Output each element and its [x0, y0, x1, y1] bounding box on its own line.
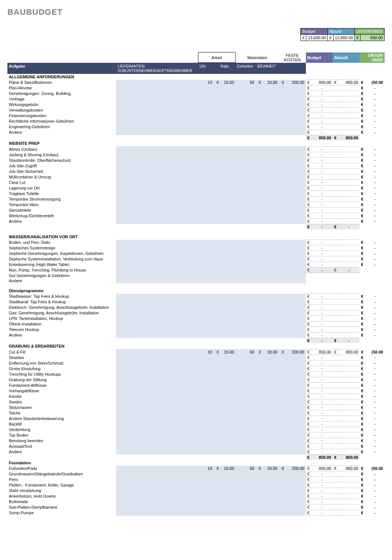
- aktuell-cell: [338, 377, 359, 382]
- budget-cell: -: [311, 316, 333, 321]
- table-row: Öltank-Installation€-€-: [7, 321, 385, 327]
- task-name: Fundament-Abflüsse: [7, 382, 116, 388]
- currency-symbol: [214, 278, 219, 283]
- rate-cell: [219, 488, 235, 494]
- currency-symbol: [333, 124, 338, 130]
- fixed-cost-cell: [284, 321, 306, 327]
- currency-symbol: [256, 421, 261, 427]
- budget-cell: -: [311, 91, 333, 96]
- subtotal-row: €-€-: [7, 224, 385, 229]
- fixed-cost-cell: [284, 377, 306, 382]
- rate-cell: [219, 410, 235, 416]
- unter-cell: -: [365, 366, 385, 371]
- currency-symbol: [214, 273, 219, 278]
- table-row: Staubkontrolle, Oberflächenschutz€-€-: [7, 157, 385, 163]
- currency-symbol: €: [306, 366, 311, 371]
- fixed-cost-cell: [284, 477, 306, 482]
- rate-cell: [219, 267, 235, 273]
- task-name: Tragbare Toilette: [7, 191, 116, 196]
- hours-cell: [198, 130, 214, 135]
- currency-symbol: €: [333, 349, 338, 355]
- currency-symbol: [214, 438, 219, 443]
- task-name: Trenching für Utility Hookups: [7, 371, 116, 377]
- fixed-cost-cell: [284, 327, 306, 332]
- unter-cell: -: [365, 310, 385, 316]
- aktuell-cell: [338, 256, 359, 262]
- unter-cell: -: [365, 438, 385, 443]
- task-name: Septisches Systemdesign: [7, 245, 116, 251]
- currency-symbol: [279, 218, 284, 224]
- fixed-cost-cell: [284, 256, 306, 262]
- hours-cell: [198, 332, 214, 338]
- budget-cell: -: [311, 494, 333, 499]
- fixed-cost-cell: [284, 410, 306, 416]
- supplier-cell: [116, 174, 198, 180]
- table-row: Benotung beenden€-€-: [7, 438, 385, 443]
- fixed-cost-cell: 200.00: [284, 466, 306, 471]
- rate-cell: [219, 316, 235, 321]
- currency-symbol: [279, 163, 284, 168]
- currency-symbol: [279, 294, 284, 299]
- table-row: Boden- und Perc-Tests€-€-: [7, 240, 385, 245]
- task-name: Stadtkanal: Tap Fees & Hookup: [7, 299, 116, 305]
- hours-cell: [198, 91, 214, 96]
- currency-symbol: [279, 321, 284, 327]
- currency-symbol: [256, 256, 261, 262]
- hours-cell: [198, 449, 214, 454]
- supplier-cell: [116, 163, 198, 168]
- currency-symbol: €: [306, 393, 311, 399]
- fixed-cost-cell: [284, 180, 306, 185]
- currency-symbol: [333, 438, 338, 443]
- unter-cell: -: [365, 207, 385, 213]
- per-unit-cell: 10.00: [261, 349, 279, 355]
- task-name: Buikheads: [7, 499, 116, 505]
- hours-cell: [198, 393, 214, 399]
- currency-symbol: [279, 152, 284, 157]
- units-cell: [236, 510, 256, 516]
- supplier-cell: [116, 262, 198, 267]
- supplier-cell: [116, 207, 198, 213]
- currency-symbol: [333, 240, 338, 245]
- currency-symbol: €: [359, 196, 365, 202]
- currency-symbol: [279, 510, 284, 516]
- fixed-cost-cell: [284, 388, 306, 393]
- rate-cell: [219, 393, 235, 399]
- budget-cell: -: [311, 168, 333, 174]
- currency-symbol: [333, 157, 338, 163]
- task-name: Gerüstmiete: [7, 207, 116, 213]
- currency-symbol: €: [306, 256, 311, 262]
- currency-symbol: [214, 262, 219, 267]
- currency-symbol: €: [359, 388, 365, 393]
- currency-symbol: [333, 207, 338, 213]
- task-name: Nun, Pump, Trenching, Plumbing to House: [7, 267, 116, 273]
- units-cell: [236, 399, 256, 404]
- aktuell-cell: [338, 449, 359, 454]
- fixed-cost-cell: [284, 393, 306, 399]
- currency-symbol: €: [306, 305, 311, 310]
- unter-cell: -: [365, 191, 385, 196]
- fixed-cost-cell: [284, 157, 306, 163]
- currency-symbol: €: [359, 152, 365, 157]
- task-name: Clear Lot: [7, 180, 116, 185]
- hours-cell: [198, 499, 214, 505]
- currency-symbol: [333, 262, 338, 267]
- unter-cell: -: [365, 432, 385, 438]
- fixed-cost-cell: [284, 278, 306, 283]
- supplier-cell: [116, 510, 198, 516]
- budget-cell: -: [311, 107, 333, 113]
- table-row: Gut Genehmigungen & Gebühren: [7, 273, 385, 278]
- supplier-cell: [116, 466, 198, 471]
- currency-symbol: €: [306, 168, 311, 174]
- rate-cell: [219, 499, 235, 505]
- fixed-cost-cell: [284, 471, 306, 477]
- supplier-cell: [116, 299, 198, 305]
- hours-cell: [198, 443, 214, 449]
- budget-cell: -: [311, 163, 333, 168]
- subtotal-row: €850.00€800.00: [7, 454, 385, 460]
- currency-symbol: €: [333, 80, 338, 85]
- currency-symbol: [256, 482, 261, 488]
- hours-cell: [198, 152, 214, 157]
- currency-symbol: [256, 168, 261, 174]
- currency-symbol: [279, 256, 284, 262]
- aktuell-cell: [338, 107, 359, 113]
